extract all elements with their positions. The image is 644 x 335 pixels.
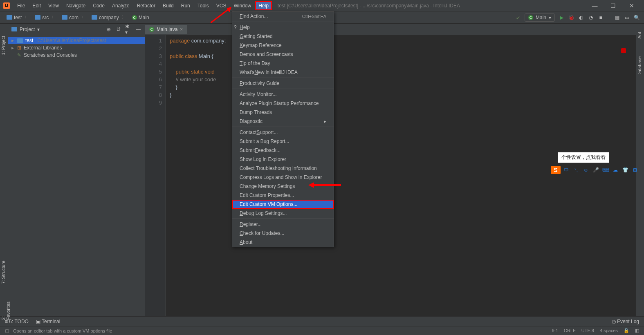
help-item-dump-threads[interactable]: Dump Threads <box>232 108 334 117</box>
profile-button[interactable]: ◔ <box>588 14 594 21</box>
menu-edit[interactable]: Edit <box>29 1 44 10</box>
hide-panel-icon[interactable]: — <box>135 26 141 33</box>
tool-tab-ant[interactable]: Ant <box>637 32 642 39</box>
locate-icon[interactable]: ⊕ <box>105 26 112 33</box>
file-encoding[interactable]: UTF-8 <box>581 328 594 333</box>
help-item-edit-custom-properties[interactable]: Edit Custom Properties... <box>232 191 334 200</box>
ime-icon-2[interactable]: °, <box>572 166 580 174</box>
project-tree[interactable]: ▸testC:\Users\allen\IdeaProjects\test▸⊞E… <box>8 35 145 60</box>
class-icon: C <box>149 27 154 32</box>
memory-indicator-icon[interactable]: ◧ <box>635 328 639 333</box>
breadcrumb-src[interactable]: src〉 <box>32 13 59 22</box>
help-item-contact-support[interactable]: Contact Support... <box>232 128 334 137</box>
ime-icon-4[interactable]: 🎤 <box>592 166 600 174</box>
caret-position[interactable]: 9:1 <box>552 328 558 333</box>
run-button[interactable]: ▶ <box>558 14 565 21</box>
search-everywhere-icon[interactable]: 🔍 <box>633 14 640 21</box>
settings-icon[interactable]: ✱ ▾ <box>125 26 132 33</box>
debug-button[interactable]: 🐞 <box>568 14 574 21</box>
ime-tooltip: 个性设置，点我看看 <box>558 152 609 163</box>
status-hint: Opens an editor tab with a custom VM opt… <box>13 328 112 333</box>
help-item-register[interactable]: Register... <box>232 220 334 229</box>
menu-build[interactable]: Build <box>159 1 177 10</box>
tool-tab-project[interactable]: 1: Project <box>1 36 6 55</box>
help-item-debug-log-settings[interactable]: Debug Log Settings... <box>232 209 334 218</box>
run-config-selector[interactable]: C Main ▾ <box>525 13 555 22</box>
tree-row[interactable]: ▸⊞External Libraries <box>8 44 145 51</box>
tool-tab-structure[interactable]: 7: Structure <box>1 261 6 284</box>
ide-settings-icon[interactable]: ▦ <box>614 14 620 21</box>
help-item-tip-of-the-day[interactable]: Tip of the Day <box>232 59 334 68</box>
breadcrumb-main[interactable]: CMain <box>130 14 152 21</box>
help-item-check-for-updates[interactable]: Check for Updates... <box>232 229 334 238</box>
window-controls: — ☐ ✕ <box>586 0 641 11</box>
tree-row[interactable]: ✎Scratches and Consoles <box>8 51 145 59</box>
menu-vcs[interactable]: VCS <box>213 1 230 10</box>
breadcrumb-test[interactable]: test〉 <box>4 13 32 22</box>
help-item-show-log-in-explorer[interactable]: Show Log in Explorer <box>232 155 334 164</box>
minimize-button[interactable]: — <box>586 0 604 11</box>
tool-tab-favorites[interactable]: 2: Favorites <box>1 302 11 320</box>
help-item-analyze-plugin-startup-performance[interactable]: Analyze Plugin Startup Performance <box>232 99 334 108</box>
editor-body[interactable]: 123456789 package com.company; public cl… <box>145 35 636 316</box>
editor-tab-main[interactable]: C Main.java × <box>145 25 187 34</box>
breadcrumb-com[interactable]: com〉 <box>59 13 89 22</box>
menu-analyze[interactable]: Analyze <box>109 1 133 10</box>
close-button[interactable]: ✕ <box>622 0 641 11</box>
help-item-collect-troubleshooting-information[interactable]: Collect Troubleshooting Information <box>232 164 334 173</box>
menu-file[interactable]: File <box>14 1 28 10</box>
close-tab-icon[interactable]: × <box>180 27 183 32</box>
ime-icon-6[interactable]: ☁ <box>611 166 619 174</box>
help-item-diagnostic[interactable]: Diagnostic▸ <box>232 117 334 126</box>
ime-icon-7[interactable]: 👕 <box>621 166 629 174</box>
menu-window[interactable]: Window <box>230 1 254 10</box>
help-item-help[interactable]: ?Help <box>232 23 334 32</box>
help-item-what-s-new-in-intellij-idea[interactable]: What's New in IntelliJ IDEA <box>232 68 334 77</box>
menu-refactor[interactable]: Refactor <box>134 1 159 10</box>
readonly-lock-icon[interactable]: 🔓 <box>624 328 629 333</box>
ime-icon-0[interactable]: S <box>551 166 561 174</box>
help-item-activity-monitor[interactable]: Activity Monitor... <box>232 90 334 99</box>
maximize-button[interactable]: ☐ <box>604 0 622 11</box>
indent-setting[interactable]: 4 spaces <box>600 328 618 333</box>
ime-toolbar[interactable]: S中°,☺🎤⌨☁👕⊞ <box>551 166 639 174</box>
help-item-find-action[interactable]: Find Action...Ctrl+Shift+A <box>232 12 334 21</box>
error-stripe-icon[interactable] <box>621 48 626 53</box>
line-separator[interactable]: CRLF <box>564 328 576 333</box>
stop-button[interactable]: ■ <box>597 14 604 21</box>
project-panel-title[interactable]: Project ▾ <box>11 27 40 32</box>
project-structure-icon[interactable]: ▭ <box>624 14 630 21</box>
help-item-demos-and-screencasts[interactable]: Demos and Screencasts <box>232 50 334 59</box>
help-item-compress-logs-and-show-in-explorer[interactable]: Compress Logs and Show in Explorer <box>232 173 334 182</box>
ime-icon-8[interactable]: ⊞ <box>631 166 639 174</box>
help-item-submit-a-bug-report[interactable]: Submit a Bug Report... <box>232 137 334 146</box>
help-item-productivity-guide[interactable]: Productivity Guide <box>232 79 334 88</box>
sync-icon[interactable]: ↙ <box>515 14 521 21</box>
menu-navigate[interactable]: Navigate <box>63 1 89 10</box>
menu-code[interactable]: Code <box>90 1 108 10</box>
help-item-submit-feedback[interactable]: Submit Feedback... <box>232 146 334 155</box>
help-item-keymap-reference[interactable]: Keymap Reference <box>232 41 334 50</box>
breadcrumb-company[interactable]: company〉 <box>89 13 130 22</box>
menu-tools[interactable]: Tools <box>194 1 212 10</box>
help-item-getting-started[interactable]: Getting Started <box>232 32 334 41</box>
ime-icon-1[interactable]: 中 <box>562 166 570 174</box>
tree-row[interactable]: ▸testC:\Users\allen\IdeaProjects\test <box>8 37 145 44</box>
menu-run[interactable]: Run <box>178 1 193 10</box>
tool-tab-terminal[interactable]: ▣ Terminal <box>36 319 60 324</box>
line-gutter: 123456789 <box>145 35 166 316</box>
menu-view[interactable]: View <box>45 1 62 10</box>
menu-help[interactable]: Help <box>255 1 272 10</box>
code-content[interactable]: package com.company; public class Main {… <box>166 35 226 316</box>
tool-windows-icon[interactable]: ▢ <box>5 328 9 333</box>
help-item-about[interactable]: About <box>232 238 334 247</box>
tool-tab-event-log[interactable]: ◷ Event Log <box>612 319 639 324</box>
help-item-change-memory-settings[interactable]: Change Memory Settings <box>232 182 334 191</box>
coverage-button[interactable]: ◐ <box>578 14 584 21</box>
status-bar: ▢ Opens an editor tab with a custom VM o… <box>0 326 644 335</box>
ime-icon-3[interactable]: ☺ <box>582 166 590 174</box>
help-item-edit-custom-vm-options[interactable]: Edit Custom VM Options... <box>232 200 334 209</box>
ime-icon-5[interactable]: ⌨ <box>601 166 610 174</box>
tool-tab-database[interactable]: Database <box>637 56 642 76</box>
collapse-icon[interactable]: ⇵ <box>115 26 122 33</box>
